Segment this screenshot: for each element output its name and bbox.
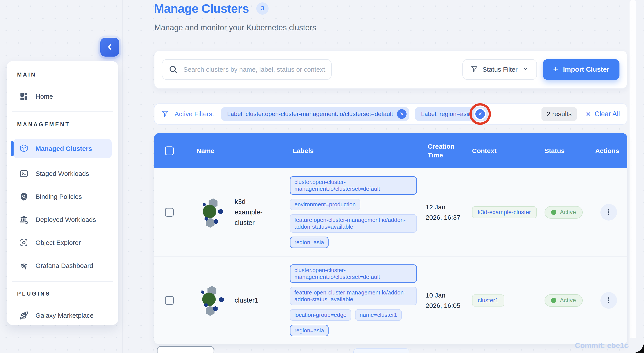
funnel-icon <box>471 65 478 74</box>
clear-all-filters-button[interactable]: ✕ Clear All <box>586 110 620 118</box>
select-all-checkbox[interactable] <box>165 146 174 155</box>
row-select-cell <box>154 208 185 217</box>
toolbar-card: Status Filter + Import Cluster <box>154 50 627 89</box>
sidebar-item-object-explorer[interactable]: Object Explorer <box>6 235 118 250</box>
sidebar-content-divider <box>122 0 123 353</box>
status-label: Active <box>560 209 576 216</box>
row-actions-menu-button[interactable] <box>600 204 617 221</box>
search-box <box>162 59 332 80</box>
label-chip[interactable]: name=cluster1 <box>355 309 402 321</box>
sidebar-item-label: Managed Clusters <box>36 145 92 152</box>
actions-cell <box>590 292 627 309</box>
chevron-left-icon <box>106 43 114 51</box>
label-chip[interactable]: cluster.open-cluster-management.io/clust… <box>290 264 417 283</box>
cluster-icon <box>194 283 227 317</box>
cluster-name[interactable]: cluster1 <box>234 295 258 306</box>
clusters-table: Name Labels Creation Time Context Status… <box>154 133 627 344</box>
plus-icon: + <box>553 65 558 74</box>
label-chip[interactable]: feature.open-cluster-management.io/addon… <box>290 287 417 305</box>
cluster-name-cell: k3d-example-cluster <box>185 195 290 229</box>
active-filters-bar: Active Filters: Label: cluster.open-clus… <box>154 104 627 125</box>
label-chip[interactable]: environment=production <box>290 199 360 210</box>
context-cell: k3d-example-cluster <box>467 206 540 218</box>
kebab-menu-icon <box>605 208 612 216</box>
context-chip[interactable]: k3d-example-cluster <box>472 206 537 218</box>
status-dot-icon <box>551 210 556 215</box>
scrollbar-track[interactable] <box>630 0 636 353</box>
close-icon: ✕ <box>586 110 591 118</box>
table-row: cluster1 cluster.open-cluster-management… <box>154 256 627 344</box>
sidebar-item-home[interactable]: Home <box>6 89 118 104</box>
dashboard-icon <box>19 91 29 102</box>
status-filter-label: Status Filter <box>482 66 518 73</box>
creation-time-cell: 10 Jan 2026, 16:05 <box>426 290 461 311</box>
table-header-row: Name Labels Creation Time Context Status… <box>154 133 627 168</box>
label-chip[interactable]: region=asia <box>290 325 328 336</box>
sidebar-item-managed-clusters[interactable]: Managed Clusters <box>13 139 112 158</box>
terminal-icon <box>19 169 29 179</box>
sidebar-item-binding-policies[interactable]: Binding Policies <box>6 189 118 204</box>
status-badge: Active <box>544 206 583 219</box>
page-header: Manage Clusters 3 <box>154 1 268 16</box>
sidebar-item-label: Home <box>36 93 53 100</box>
status-filter-button[interactable]: Status Filter <box>462 59 537 80</box>
cube-icon <box>19 144 29 154</box>
context-cell: cluster1 <box>467 294 540 306</box>
row-checkbox[interactable] <box>165 208 174 217</box>
column-header-name: Name <box>185 147 290 155</box>
sidebar-item-galaxy-marketplace[interactable]: Galaxy Marketplace <box>6 308 118 323</box>
context-chip[interactable]: cluster1 <box>472 294 504 306</box>
row-checkbox[interactable] <box>165 296 174 305</box>
table-row: k3d-example-cluster cluster.open-cluster… <box>154 168 627 256</box>
status-label: Active <box>560 297 576 304</box>
sidebar-collapse-button[interactable] <box>100 38 119 57</box>
sidebar-item-label: Deployed Workloads <box>36 216 96 223</box>
sidebar-item-label: Galaxy Marketplace <box>36 312 94 319</box>
sidebar-item-label: Object Explorer <box>36 239 81 246</box>
kebab-menu-icon <box>605 296 612 304</box>
bank-check-icon <box>19 215 29 225</box>
cluster-count-badge: 3 <box>256 3 268 15</box>
status-cell: Active <box>540 294 590 307</box>
column-header-status: Status <box>540 147 590 155</box>
partial-pagination-button[interactable] <box>157 346 214 353</box>
row-actions-menu-button[interactable] <box>600 292 617 309</box>
sidebar-section-management: MANAGEMENT <box>6 121 118 128</box>
label-chip[interactable]: region=asia <box>290 237 328 248</box>
search-input[interactable] <box>162 59 332 80</box>
funnel-icon <box>162 110 169 118</box>
remove-filter-button[interactable]: ✕ <box>397 109 406 119</box>
page-title: Manage Clusters <box>154 1 249 16</box>
filter-chip-region-asia: Label: region=asia ✕ <box>415 107 488 121</box>
sidebar-section-main: MAIN <box>6 72 118 78</box>
filter-chip-text: Label: cluster.open-cluster-management.i… <box>227 111 393 118</box>
sidebar-item-deployed-workloads[interactable]: Deployed Workloads <box>6 212 118 227</box>
cluster-name-cell: cluster1 <box>185 283 290 317</box>
label-chip[interactable]: feature.open-cluster-management.io/addon… <box>290 214 417 233</box>
select-all-cell <box>154 146 185 155</box>
sidebar: MAIN Home MANAGEMENT Managed Clusters St… <box>6 61 118 325</box>
import-cluster-button[interactable]: + Import Cluster <box>543 59 620 80</box>
label-chip[interactable]: location-group=edge <box>290 309 351 321</box>
sidebar-section-plugins: PLUGINS <box>6 290 118 297</box>
page-subtitle: Manage and monitor your Kubernetes clust… <box>154 23 316 32</box>
sidebar-item-label: Binding Policies <box>36 193 82 200</box>
grafana-icon <box>19 261 29 271</box>
labels-cell: cluster.open-cluster-management.io/clust… <box>290 176 426 248</box>
active-filters-label: Active Filters: <box>174 110 214 118</box>
shield-search-icon <box>19 192 29 202</box>
partial-pagination-button[interactable] <box>353 348 410 353</box>
sidebar-item-staged-workloads[interactable]: Staged Workloads <box>6 166 118 181</box>
sidebar-divider <box>12 281 113 282</box>
commit-hash-label: Commit: ebe1c30 <box>575 341 636 350</box>
import-cluster-label: Import Cluster <box>563 66 610 74</box>
sidebar-item-grafana-dashboard[interactable]: Grafana Dashboard <box>6 258 118 273</box>
labels-cell: cluster.open-cluster-management.io/clust… <box>290 264 426 336</box>
label-chip[interactable]: cluster.open-cluster-management.io/clust… <box>290 176 417 195</box>
column-header-labels: Labels <box>290 147 426 155</box>
status-badge: Active <box>544 294 583 307</box>
remove-filter-button-annotated[interactable]: ✕ <box>475 109 485 119</box>
results-count-badge: 2 results <box>542 107 577 121</box>
status-cell: Active <box>540 206 590 219</box>
cluster-name[interactable]: k3d-example-cluster <box>234 196 273 228</box>
